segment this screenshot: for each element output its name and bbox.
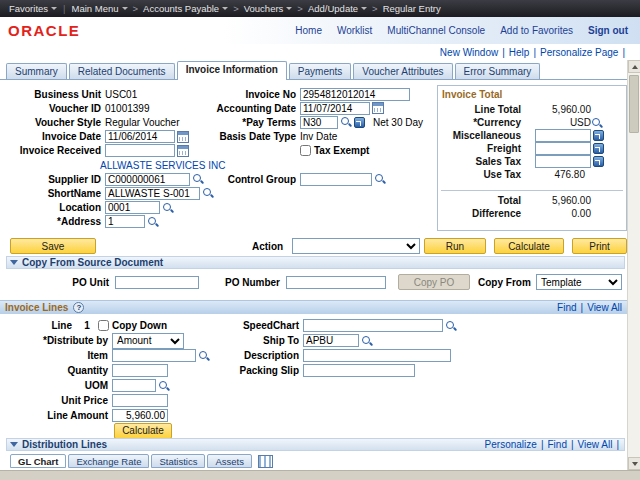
search-icon[interactable] [340, 116, 352, 128]
search-icon[interactable] [445, 320, 457, 332]
breadcrumb-favorites[interactable]: Favorites [7, 3, 59, 14]
collapse-icon[interactable] [10, 260, 18, 265]
worklist-link[interactable]: Worklist [337, 25, 372, 36]
address-input[interactable] [105, 215, 145, 228]
pay-terms-label: *Pay Terms [212, 117, 300, 128]
breadcrumb-separator: > [297, 3, 303, 14]
view-all-link[interactable]: View All [578, 439, 613, 450]
supplier-id-input[interactable] [105, 173, 190, 186]
location-input[interactable] [105, 201, 160, 214]
divider: | [502, 47, 505, 58]
speedchart-input[interactable] [303, 319, 443, 332]
search-icon[interactable] [591, 117, 603, 129]
calendar-icon[interactable] [177, 145, 189, 157]
search-icon[interactable] [158, 380, 170, 392]
calculate-button[interactable]: Calculate [494, 238, 564, 254]
breadcrumb-add-update[interactable]: Add/Update [306, 3, 369, 14]
scroll-down-button[interactable] [628, 457, 640, 470]
miscellaneous-detail-icon[interactable] [593, 130, 604, 141]
tab-related-documents[interactable]: Related Documents [69, 63, 175, 79]
breadcrumb-main-menu[interactable]: Main Menu [70, 3, 130, 14]
control-group-row: Control Group [212, 172, 442, 186]
line-calculate-button[interactable]: Calculate [114, 423, 172, 439]
sales-tax-detail-icon[interactable] [593, 156, 604, 167]
tab-invoice-information[interactable]: Invoice Information [177, 61, 287, 79]
show-all-columns-icon[interactable] [258, 455, 273, 468]
tax-exempt-checkbox[interactable] [300, 145, 311, 156]
shortname-input[interactable] [105, 187, 200, 200]
new-window-link[interactable]: New Window [440, 47, 498, 58]
calendar-icon[interactable] [372, 102, 384, 114]
calendar-icon[interactable] [177, 131, 189, 143]
tab-statistics[interactable]: Statistics [151, 454, 205, 468]
scrollbar-thumb[interactable] [629, 75, 639, 133]
personalize-page-link[interactable]: Personalize Page [540, 47, 618, 58]
chevron-down-icon [122, 7, 128, 10]
multichannel-console-link[interactable]: MultiChannel Console [387, 25, 485, 36]
ship-to-input[interactable] [303, 334, 359, 347]
breadcrumb-vouchers[interactable]: Vouchers [242, 3, 295, 14]
search-icon[interactable] [202, 187, 214, 199]
quantity-input[interactable] [112, 364, 168, 377]
copy-po-button[interactable]: Copy PO [398, 274, 470, 290]
supplier-id-label: Supplier ID [8, 174, 105, 185]
line-amount-input[interactable] [112, 409, 168, 422]
distribute-by-select[interactable]: Amount [112, 333, 184, 349]
action-select[interactable] [292, 238, 420, 254]
home-link[interactable]: Home [295, 25, 322, 36]
scroll-up-button[interactable] [628, 60, 640, 73]
run-button[interactable]: Run [424, 238, 486, 254]
tab-error-summary[interactable]: Error Summary [455, 63, 541, 79]
copy-down-checkbox[interactable] [98, 320, 109, 331]
search-icon[interactable] [147, 216, 159, 228]
freight-input[interactable] [535, 142, 591, 155]
tab-payments[interactable]: Payments [289, 63, 351, 79]
uom-input[interactable] [112, 379, 156, 392]
sign-out-link[interactable]: Sign out [588, 25, 628, 36]
invoice-no-input[interactable] [300, 88, 410, 101]
pay-terms-input[interactable] [300, 116, 338, 129]
packing-slip-label: Packing Slip [195, 365, 303, 376]
pay-terms-detail-icon[interactable] [354, 117, 365, 128]
print-button[interactable]: Print [572, 238, 627, 254]
supplier-name-link[interactable]: ALLWASTE SERVICES INC [100, 160, 225, 171]
search-icon[interactable] [162, 202, 174, 214]
unit-price-input[interactable] [112, 394, 168, 407]
collapse-icon[interactable] [10, 442, 18, 447]
vertical-scrollbar[interactable] [627, 60, 640, 470]
accounting-date-input[interactable] [300, 102, 370, 115]
sales-tax-input[interactable] [535, 155, 591, 168]
divider: | [581, 302, 584, 313]
copy-from-select[interactable]: Template [536, 274, 622, 290]
tab-summary[interactable]: Summary [6, 63, 67, 79]
packing-slip-input[interactable] [303, 364, 415, 377]
divider: | [63, 3, 65, 14]
breadcrumb-regular-entry[interactable]: Regular Entry [381, 3, 443, 14]
item-input[interactable] [112, 349, 196, 362]
invoice-date-input[interactable] [105, 130, 175, 143]
invoice-total-panel: Invoice Total Line Total 5,960.00 *Curre… [437, 85, 627, 231]
po-unit-input[interactable] [115, 276, 199, 289]
personalize-link[interactable]: Personalize [485, 439, 537, 450]
control-group-input[interactable] [300, 173, 372, 186]
breadcrumb-accounts-payable[interactable]: Accounts Payable [141, 3, 230, 14]
search-icon[interactable] [192, 173, 204, 185]
help-link[interactable]: Help [509, 47, 530, 58]
tab-gl-chart[interactable]: GL Chart [10, 454, 66, 468]
find-link[interactable]: Find [557, 302, 576, 313]
freight-detail-icon[interactable] [593, 143, 604, 154]
add-to-favorites-link[interactable]: Add to Favorites [500, 25, 573, 36]
save-button[interactable]: Save [10, 238, 96, 254]
invoice-received-input[interactable] [105, 144, 175, 157]
tab-exchange-rate[interactable]: Exchange Rate [68, 454, 149, 468]
miscellaneous-input[interactable] [535, 129, 591, 142]
help-icon[interactable]: ? [73, 302, 84, 313]
search-icon[interactable] [361, 335, 373, 347]
po-number-input[interactable] [286, 276, 386, 289]
tab-voucher-attributes[interactable]: Voucher Attributes [353, 63, 452, 79]
tab-assets[interactable]: Assets [207, 454, 252, 468]
search-icon[interactable] [374, 173, 386, 185]
view-all-link[interactable]: View All [587, 302, 622, 313]
find-link[interactable]: Find [547, 439, 566, 450]
description-input[interactable] [303, 349, 451, 362]
